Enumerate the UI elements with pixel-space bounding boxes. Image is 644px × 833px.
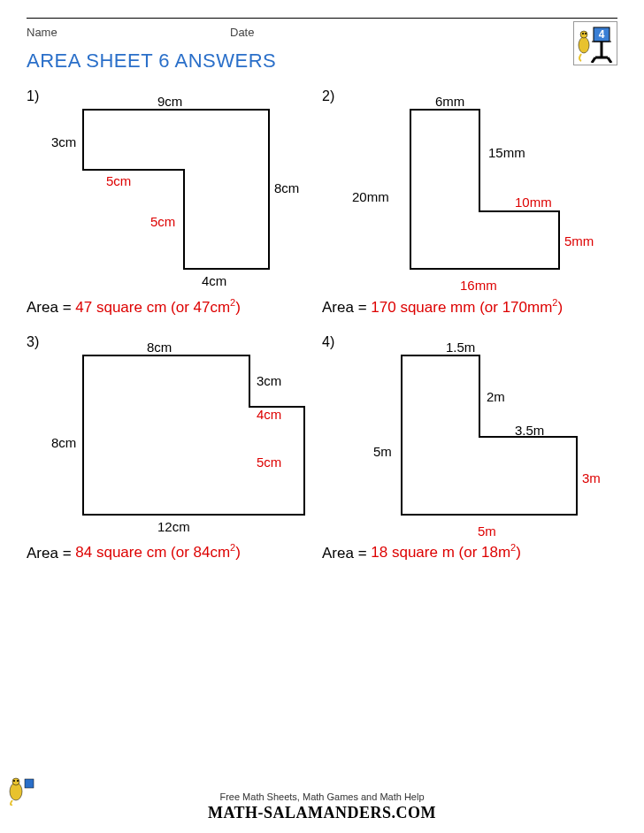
shape-3: 8cm 8cm 3cm 4cm 5cm 12cm xyxy=(51,338,315,541)
dim-label: 5cm xyxy=(257,455,281,470)
problem-3: 3) 8cm 8cm 3cm 4cm 5cm 12cm Area = 84 sq… xyxy=(27,334,322,580)
dim-label: 3cm xyxy=(51,134,76,149)
svg-point-12 xyxy=(12,778,19,785)
dim-label: 3m xyxy=(582,470,601,485)
grade-badge: 4 xyxy=(573,21,617,65)
dim-label: 10mm xyxy=(515,195,552,210)
dim-label: 5cm xyxy=(106,173,131,188)
dim-label: 5m xyxy=(373,444,392,459)
problem-1: 1) 9cm 3cm 8cm 5cm 5cm 4cm Area = 47 squ… xyxy=(27,88,322,334)
svg-point-10 xyxy=(585,33,586,34)
dim-label: 2m xyxy=(487,389,505,404)
date-label: Date xyxy=(230,26,254,39)
dim-label: 3.5m xyxy=(515,423,544,438)
dim-label: 8cm xyxy=(51,435,76,450)
svg-point-7 xyxy=(579,37,589,53)
dim-label: 4cm xyxy=(257,407,281,422)
shape-3-svg xyxy=(51,338,317,541)
name-label: Name xyxy=(27,26,230,39)
answer-1: Area = 47 square cm (or 47cm2) xyxy=(27,297,315,317)
dim-label: 5m xyxy=(478,523,496,539)
dim-label: 15mm xyxy=(488,145,525,160)
problems-grid: 1) 9cm 3cm 8cm 5cm 5cm 4cm Area = 47 squ… xyxy=(27,88,617,579)
svg-rect-15 xyxy=(25,779,34,788)
dim-label: 8cm xyxy=(147,340,172,355)
problem-4: 4) 1.5m 5m 2m 3.5m 3m 5m Area = 18 squar… xyxy=(322,334,617,580)
problem-2: 2) 6mm 20mm 15mm 10mm 5mm 16mm Area = 17… xyxy=(322,88,617,334)
footer-site: MATH-SALAMANDERS.COM xyxy=(0,804,644,822)
footer-tagline: Free Math Sheets, Math Games and Math He… xyxy=(0,791,644,802)
svg-point-14 xyxy=(17,780,19,782)
dim-label: 3cm xyxy=(257,373,281,388)
dim-label: 1.5m xyxy=(446,340,475,355)
svg-text:4: 4 xyxy=(599,28,605,41)
answer-2: Area = 170 square mm (or 170mm2) xyxy=(322,297,610,317)
svg-line-5 xyxy=(592,57,595,63)
dim-label: 5mm xyxy=(564,233,594,248)
header-bar: Name Date xyxy=(27,18,617,42)
svg-line-6 xyxy=(608,57,611,63)
dim-label: 8cm xyxy=(274,180,299,195)
shape-2: 6mm 20mm 15mm 10mm 5mm 16mm xyxy=(347,92,610,295)
shape-1: 9cm 3cm 8cm 5cm 5cm 4cm xyxy=(51,92,315,295)
dim-label: 20mm xyxy=(352,189,389,204)
footer: Free Math Sheets, Math Games and Math He… xyxy=(0,776,644,822)
problem-number: 1) xyxy=(27,88,39,104)
shape-4: 1.5m 5m 2m 3.5m 3m 5m xyxy=(347,338,610,541)
svg-point-8 xyxy=(580,31,587,38)
svg-point-13 xyxy=(13,780,15,782)
page-title: AREA SHEET 6 ANSWERS xyxy=(27,50,617,73)
problem-number: 2) xyxy=(322,88,334,104)
dim-label: 16mm xyxy=(460,278,497,293)
answer-4: Area = 18 square m (or 18m2) xyxy=(322,543,610,562)
salamander-icon: 4 xyxy=(574,22,615,63)
answer-3: Area = 84 square cm (or 84cm2) xyxy=(27,543,315,562)
dim-label: 5cm xyxy=(150,214,175,229)
problem-number: 4) xyxy=(322,334,334,350)
dim-label: 12cm xyxy=(157,519,190,534)
dim-label: 4cm xyxy=(202,273,226,288)
shape-4-svg xyxy=(347,338,612,541)
dim-label: 9cm xyxy=(157,94,182,109)
problem-number: 3) xyxy=(27,334,39,350)
svg-point-9 xyxy=(582,33,584,34)
dim-label: 6mm xyxy=(435,94,464,109)
